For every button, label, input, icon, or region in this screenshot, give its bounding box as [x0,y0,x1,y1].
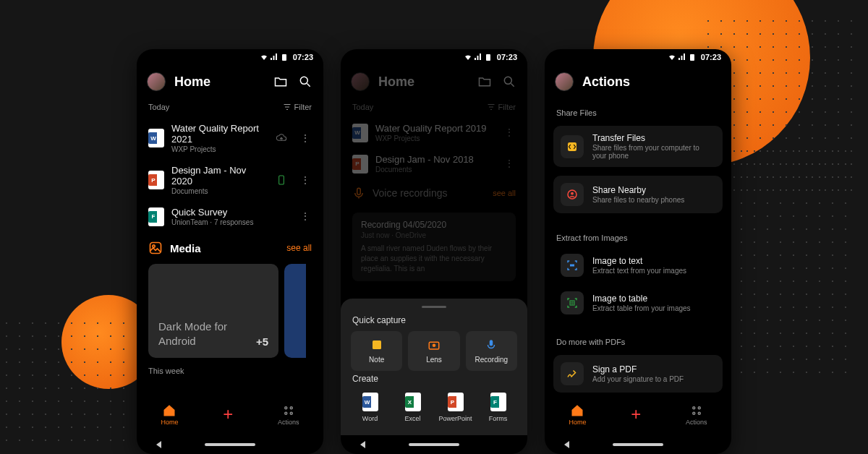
file-item[interactable]: F Quick SurveyUnionTeam · 7 responses ⋮ [137,201,323,232]
create-excel[interactable]: XExcel [393,390,432,425]
signal-icon [474,53,482,61]
filter-button[interactable]: Filter [487,103,516,111]
svg-rect-0 [282,54,286,61]
svg-point-25 [698,412,700,414]
word-icon: W [362,393,378,411]
forms-icon: F [490,393,506,411]
phone-home: 07:23 Home Today Filter W Water Quality … [137,49,323,454]
android-nav-bar [137,435,323,454]
svg-point-7 [285,412,287,414]
quick-lens[interactable]: Lens [408,331,459,371]
svg-rect-9 [486,54,490,61]
status-bar: 07:23 [545,49,731,65]
share-files-label: Share Files [545,101,731,121]
home-gesture-pill[interactable] [205,443,255,446]
svg-point-1 [300,77,307,84]
image-to-text-icon [561,254,584,277]
media-card[interactable]: Dark Mode for Android +5 [148,264,278,358]
powerpoint-icon: P [352,155,368,174]
quick-capture-sheet: Quick capture Note Lens Recording Create… [341,299,527,435]
nav-home[interactable]: Home [569,404,586,426]
svg-point-23 [698,407,700,409]
file-item[interactable]: P Design Jam - Nov 2020Documents ⋮ [137,159,323,201]
filter-icon [283,103,292,111]
nav-actions[interactable]: Actions [686,404,707,426]
powerpoint-icon: P [448,393,464,411]
media-section-title: Media [170,242,279,254]
status-bar: 07:23 [341,49,527,65]
create-powerpoint[interactable]: PPowerPoint [436,390,475,425]
search-icon[interactable] [501,74,517,90]
folder-icon[interactable] [273,74,289,90]
page-title: Actions [582,74,721,90]
quick-note[interactable]: Note [351,331,402,371]
sheet-handle[interactable] [422,306,446,308]
filter-icon [487,103,495,111]
svg-rect-11 [357,188,361,194]
back-button[interactable] [156,441,161,448]
more-icon[interactable]: ⋮ [498,160,516,166]
file-item[interactable]: W Water Quality Report 2019WXP Projects … [341,117,527,148]
mic-icon [485,338,498,351]
action-image-to-text[interactable]: Image to textExtract text from your imag… [553,248,723,283]
home-gesture-pill[interactable] [613,443,663,446]
svg-point-14 [433,344,436,348]
fab-add[interactable]: + [212,399,244,431]
search-icon[interactable] [297,74,313,90]
android-nav-bar [341,435,527,454]
filter-button[interactable]: Filter [283,103,312,111]
see-all-link[interactable]: see all [493,189,516,197]
mobile-sync-icon[interactable] [276,174,287,186]
action-share-nearby[interactable]: Share NearbyShare files to nearby phones [553,176,723,213]
battery-icon [280,53,289,61]
plus-icon: + [631,406,641,423]
status-time: 07:23 [497,53,517,61]
nearby-icon [561,183,584,206]
action-transfer-files[interactable]: Transfer FilesShare files from your comp… [553,126,723,167]
file-item[interactable]: W Water Quality Report 2021WXP Projects … [137,117,323,159]
voice-recording-card[interactable]: Recording 04/05/2020 Just now · OneDrive… [352,213,516,281]
more-icon[interactable]: ⋮ [294,177,312,183]
home-icon [571,404,584,417]
back-button[interactable] [564,441,569,448]
actions-icon [282,404,295,417]
create-label: Create [352,374,516,384]
svg-rect-15 [490,340,493,346]
nav-home[interactable]: Home [161,404,178,426]
nav-actions[interactable]: Actions [278,404,299,426]
quick-recording[interactable]: Recording [466,331,517,371]
more-icon[interactable]: ⋮ [498,129,516,135]
back-button[interactable] [360,441,365,448]
plus-icon: + [223,406,233,423]
forms-icon: F [148,207,164,226]
wifi-icon [260,53,268,61]
battery-icon [688,53,697,61]
svg-point-19 [571,192,574,195]
fab-add[interactable]: + [620,399,652,431]
signal-icon [678,53,686,61]
create-forms[interactable]: FForms [479,390,517,425]
avatar[interactable] [351,72,370,91]
file-item[interactable]: P Design Jam - Nov 2018Documents ⋮ [341,148,527,179]
action-image-to-table[interactable]: Image to tableExtract table from your im… [553,286,723,320]
media-icon [148,241,163,255]
svg-point-8 [290,412,292,414]
see-all-link[interactable]: see all [286,243,312,253]
avatar[interactable] [147,72,166,91]
extract-label: Extract from Images [545,226,731,247]
phone-quick-capture: 07:23 Home Today Filter W Water Quality … [341,49,527,454]
more-icon[interactable]: ⋮ [294,135,312,141]
cloud-upload-icon[interactable] [276,132,287,144]
folder-icon[interactable] [477,74,493,90]
status-time: 07:23 [701,53,721,61]
action-sign-pdf[interactable]: Sign a PDFAdd your signature to a PDF [553,355,723,393]
avatar[interactable] [555,72,574,91]
create-word[interactable]: WWord [351,390,389,425]
actions-icon [690,404,703,417]
home-gesture-pill[interactable] [409,443,459,446]
word-icon: W [352,124,368,142]
media-card-next[interactable] [284,264,306,358]
battery-icon [484,53,493,61]
more-icon[interactable]: ⋮ [294,213,312,219]
page-title: Home [174,74,264,90]
